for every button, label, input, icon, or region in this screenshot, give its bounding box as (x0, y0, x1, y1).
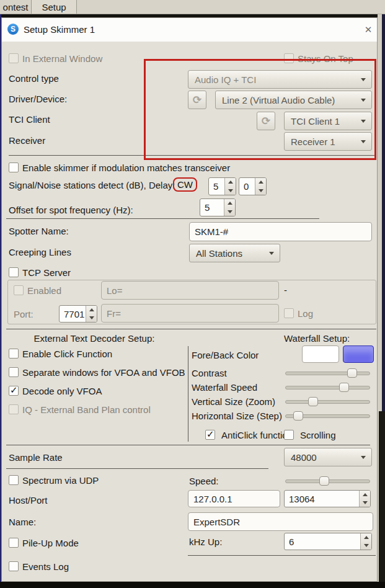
separate-windows-label: Separate windows for VFOA and VFOB (22, 368, 185, 378)
close-icon[interactable]: ✕ (362, 24, 374, 36)
speed-slider[interactable] (285, 476, 370, 486)
control-type-dropdown[interactable]: Audio IQ + TCI (188, 70, 372, 89)
tab-bar: ontest Setup (0, 0, 385, 14)
chevron-down-icon (361, 456, 366, 459)
chevron-down-icon (361, 99, 366, 102)
spin-up-icon (224, 199, 235, 208)
fore-color-swatch[interactable] (302, 345, 339, 363)
name-label: Name: (9, 517, 36, 527)
creeping-lines-dropdown[interactable]: All Stations (189, 244, 280, 262)
spin-down-icon (86, 314, 97, 322)
slider-handle[interactable] (339, 383, 349, 392)
stays-on-top-checkbox[interactable] (284, 53, 294, 63)
spin-down-icon (360, 499, 370, 507)
spin-up-icon (225, 178, 236, 187)
tab-contest-label: ontest (3, 2, 29, 12)
receiver-dropdown[interactable]: Receiver 1 (284, 132, 372, 151)
tcp-enabled-label: Enabled (27, 286, 61, 296)
offset-spinner[interactable]: 5 (200, 198, 236, 216)
vertical-size-slider[interactable] (285, 397, 370, 406)
driver-refresh-button[interactable]: ⟳ (188, 91, 206, 109)
anticlick-checkbox[interactable]: ✓ (205, 430, 215, 440)
tci-client-dropdown[interactable]: TCI Client 1 (284, 112, 372, 130)
slider-handle[interactable] (293, 411, 303, 421)
spin-up-icon (361, 533, 371, 541)
name-input[interactable] (188, 512, 373, 531)
tcp-port-label: Port: (14, 310, 33, 319)
horizontal-size-label: Horizontal Size (Step) (192, 411, 282, 421)
sample-rate-dropdown[interactable]: 48000 (284, 448, 372, 466)
fore-back-color-label: Fore/Back Color (192, 350, 259, 360)
slider-handle[interactable] (347, 368, 357, 378)
sample-rate-label: Sample Rate (9, 453, 63, 463)
back-color-swatch[interactable] (343, 345, 374, 363)
events-log-checkbox[interactable] (9, 561, 19, 571)
iq-external-label: IQ - External Band Plan control (22, 405, 151, 415)
checkmark-icon: ✓ (10, 385, 18, 396)
chevron-down-icon (361, 140, 366, 143)
tcp-fr-input[interactable] (101, 304, 279, 323)
enable-click-checkbox[interactable] (9, 349, 19, 359)
decode-vfoa-checkbox[interactable]: ✓ (9, 386, 19, 396)
spectrum-udp-checkbox[interactable] (9, 475, 19, 485)
separator (6, 445, 370, 445)
chevron-down-icon (361, 78, 366, 81)
khz-up-spinner[interactable]: 6 (284, 533, 372, 550)
enable-modulation-label: Enable skimmer if modulation matches tra… (22, 163, 230, 173)
udp-port-spinner[interactable]: 13064 (284, 490, 371, 507)
spectrum-udp-label: Spectrum via UDP (22, 476, 99, 486)
spotter-name-label: Spotter Name: (9, 226, 69, 236)
tcp-log-label: Log (298, 309, 313, 319)
enable-modulation-checkbox[interactable] (9, 163, 19, 172)
tci-client-label: TCI Client (9, 115, 50, 125)
dialog-title: Setup Skimmer 1 (24, 25, 95, 35)
in-external-window-checkbox[interactable] (9, 53, 19, 63)
tab-setup[interactable]: Setup (32, 0, 77, 14)
tcp-enabled-checkbox[interactable] (14, 285, 24, 295)
tci-refresh-button[interactable]: ⟳ (257, 112, 275, 130)
anticlick-label: AntiClick function (221, 430, 293, 440)
separator (6, 218, 319, 219)
column-divider (188, 346, 188, 442)
skimmer-logo-icon: S (7, 24, 19, 35)
signal-noise-label: Signal/Noise stations detect (dB), Delay… (9, 180, 175, 190)
slider-handle[interactable] (319, 476, 329, 486)
vertical-size-label: Vertical Size (Zoom) (192, 397, 275, 407)
pileup-mode-checkbox[interactable] (9, 538, 19, 548)
refresh-icon: ⟳ (193, 94, 201, 106)
host-input[interactable] (188, 490, 280, 507)
pileup-mode-label: Pile-Up Mode (22, 538, 79, 548)
enable-click-label: Enable Click Function (22, 349, 112, 359)
tcp-lo-input[interactable] (101, 281, 279, 300)
delay-spinner[interactable]: 0 (239, 177, 267, 195)
tcp-port-spinner[interactable]: 7701 (59, 305, 97, 323)
background-window-sliver-dark (379, 411, 385, 582)
spin-up-icon (86, 306, 97, 314)
tcp-log-checkbox[interactable] (284, 308, 294, 318)
receiver-label: Receiver (9, 136, 45, 146)
slider-handle[interactable] (308, 397, 318, 406)
waterfall-speed-slider[interactable] (285, 383, 370, 392)
separate-windows-checkbox[interactable] (9, 367, 19, 377)
iq-external-checkbox[interactable] (9, 404, 19, 414)
tcp-dash-label: - (284, 285, 287, 295)
driver-device-dropdown[interactable]: Line 2 (Virtual Audio Cable) (215, 91, 372, 109)
horizontal-size-slider[interactable] (285, 411, 370, 421)
tab-contest[interactable]: ontest (0, 0, 32, 14)
detect-db-spinner[interactable]: 5 (208, 177, 236, 195)
speed-label: Speed: (189, 476, 219, 486)
background-right-edge (378, 14, 385, 582)
chevron-down-icon (269, 252, 274, 255)
scrolling-checkbox[interactable] (284, 430, 294, 440)
contrast-slider[interactable] (285, 368, 370, 378)
refresh-icon: ⟳ (262, 115, 270, 127)
stays-on-top-label: Stays On Top (298, 54, 353, 64)
in-external-window-label: In External Window (22, 54, 102, 64)
spin-down-icon (361, 541, 371, 550)
spotter-name-input[interactable] (189, 222, 372, 241)
background-bottom-edge (0, 582, 385, 588)
spin-down-icon (224, 208, 235, 216)
spin-up-icon (255, 178, 266, 187)
contrast-label: Contrast (192, 368, 227, 378)
tcp-server-checkbox[interactable] (9, 267, 19, 277)
